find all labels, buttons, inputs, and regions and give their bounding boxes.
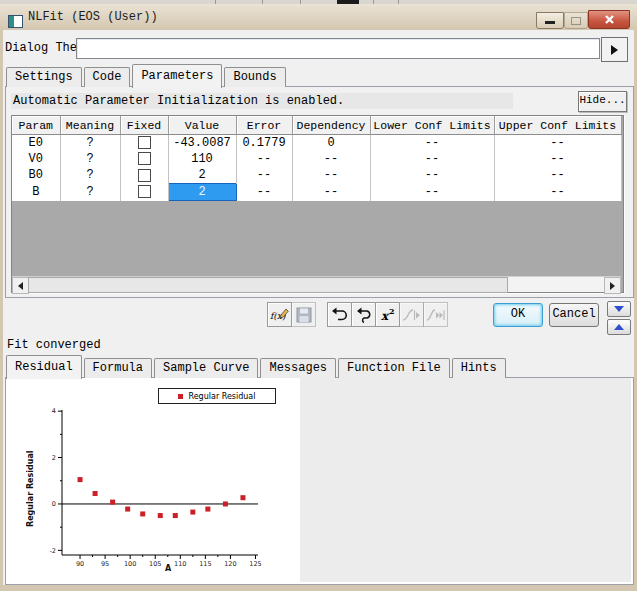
close-button[interactable]: [588, 10, 630, 29]
roll-up-button[interactable]: [607, 319, 631, 335]
cell-value[interactable]: 2: [168, 167, 236, 184]
cell-upper-conf[interactable]: --: [494, 151, 621, 167]
cell-dependency[interactable]: 0: [292, 135, 370, 152]
cell-meaning[interactable]: ?: [60, 184, 120, 201]
cell-error[interactable]: 0.1779: [236, 135, 292, 152]
data-point: [173, 513, 178, 518]
cell-value-selected[interactable]: 2: [168, 184, 236, 201]
cell-value[interactable]: 110: [168, 151, 236, 167]
cancel-button[interactable]: Cancel: [549, 303, 599, 327]
tab-parameters[interactable]: Parameters: [132, 64, 222, 88]
revert-parameters-button[interactable]: [327, 302, 352, 327]
table-row: E0 ? -43.0087 0.1779 0 -- --: [12, 135, 621, 152]
cell-param[interactable]: B0: [12, 167, 60, 184]
cell-param[interactable]: V0: [12, 151, 60, 167]
maximize-button[interactable]: [564, 12, 588, 29]
legend-label: Regular Residual: [188, 392, 255, 401]
svg-text:2: 2: [389, 307, 395, 316]
reset-parameters-button[interactable]: [351, 302, 376, 327]
title-bar[interactable]: NLFit (EOS (User)): [0, 4, 637, 31]
cell-lower-conf[interactable]: --: [370, 184, 494, 201]
cell-error[interactable]: --: [236, 151, 292, 167]
cell-error[interactable]: --: [236, 167, 292, 184]
cell-fixed[interactable]: [120, 135, 168, 152]
cell-lower-conf[interactable]: --: [370, 135, 494, 152]
data-point: [158, 513, 163, 518]
lower-tab-strip: Residual Formula Sample Curve Messages F…: [6, 354, 508, 378]
chi-square-button[interactable]: x 2: [375, 302, 400, 327]
scroll-right-button[interactable]: [604, 277, 621, 294]
fixed-checkbox[interactable]: [138, 152, 151, 165]
cell-error[interactable]: --: [236, 184, 292, 201]
table-row: V0 ? 110 -- -- -- --: [12, 151, 621, 167]
cell-value[interactable]: -43.0087: [168, 135, 236, 152]
parameter-table: Param Meaning Fixed Value Error Dependen…: [12, 116, 622, 201]
cell-upper-conf[interactable]: --: [494, 135, 621, 152]
minimize-button[interactable]: [536, 12, 564, 29]
roll-down-button[interactable]: [607, 301, 631, 317]
data-point: [190, 510, 195, 515]
cell-dependency[interactable]: --: [292, 167, 370, 184]
minimize-icon: [545, 21, 555, 24]
cell-lower-conf[interactable]: --: [370, 167, 494, 184]
cell-param[interactable]: E0: [12, 135, 60, 152]
tab-code[interactable]: Code: [84, 67, 131, 87]
col-header-param: Param: [12, 116, 60, 135]
cell-dependency[interactable]: --: [292, 151, 370, 167]
arrow-right-icon: [611, 45, 618, 55]
cell-param[interactable]: B: [12, 184, 60, 201]
fit-one-iteration-button[interactable]: [399, 302, 424, 327]
fixed-checkbox[interactable]: [138, 185, 151, 198]
scrollbar-thumb[interactable]: [28, 277, 508, 293]
window-frame-bottom: [0, 585, 637, 591]
cell-meaning[interactable]: ?: [60, 135, 120, 152]
scroll-left-button[interactable]: [12, 277, 29, 294]
tab-formula[interactable]: Formula: [84, 358, 152, 378]
cell-fixed[interactable]: [120, 167, 168, 184]
fit-until-converged-icon: [426, 307, 446, 323]
tab-sample-curve[interactable]: Sample Curve: [154, 358, 258, 378]
y-tick-label: 0: [52, 500, 56, 508]
parameter-grid: Param Meaning Fixed Value Error Dependen…: [11, 115, 624, 293]
arrow-down-icon: [614, 306, 624, 312]
dialog-theme-input[interactable]: [76, 38, 600, 59]
edit-function-button[interactable]: f(x): [267, 302, 292, 327]
tab-function-file[interactable]: Function File: [338, 358, 450, 378]
upper-tab-strip: Settings Code Parameters Bounds: [6, 63, 288, 87]
data-point: [223, 501, 228, 506]
horizontal-scrollbar[interactable]: [12, 276, 621, 292]
cell-meaning[interactable]: ?: [60, 151, 120, 167]
close-icon: [604, 14, 615, 25]
table-header-row: Param Meaning Fixed Value Error Dependen…: [12, 116, 621, 135]
tab-hints[interactable]: Hints: [452, 358, 506, 378]
cell-fixed[interactable]: [120, 151, 168, 167]
cell-meaning[interactable]: ?: [60, 167, 120, 184]
tab-settings[interactable]: Settings: [6, 67, 82, 87]
cell-fixed[interactable]: [120, 184, 168, 201]
tab-residual[interactable]: Residual: [6, 355, 82, 379]
tab-bounds[interactable]: Bounds: [224, 67, 285, 87]
fixed-checkbox[interactable]: [138, 169, 151, 182]
fit-one-iteration-icon: [402, 307, 422, 323]
chart-y-axis-label: Regular Residual: [26, 426, 35, 552]
col-header-error: Error: [236, 116, 292, 135]
dialog-theme-flyout-button[interactable]: [601, 37, 628, 62]
cell-lower-conf[interactable]: --: [370, 151, 494, 167]
table-row: B ? 2 -- -- -- --: [12, 184, 621, 201]
fit-until-converged-button[interactable]: [423, 302, 448, 327]
window-frame-left: [0, 30, 3, 587]
cell-upper-conf[interactable]: --: [494, 167, 621, 184]
data-point: [93, 491, 98, 496]
hide-button[interactable]: Hide...: [578, 91, 627, 112]
save-function-button[interactable]: [291, 302, 316, 327]
ok-button[interactable]: OK: [493, 303, 543, 327]
data-point: [240, 495, 245, 500]
tab-messages[interactable]: Messages: [260, 358, 336, 378]
save-icon: [296, 307, 312, 323]
maximize-icon: [571, 17, 581, 25]
cell-upper-conf[interactable]: --: [494, 184, 621, 201]
cell-dependency[interactable]: --: [292, 184, 370, 201]
table-row: B0 ? 2 -- -- -- --: [12, 167, 621, 184]
fixed-checkbox[interactable]: [138, 136, 151, 149]
residual-panel: 9095100105110115120125-2024 Regular Resi…: [5, 377, 634, 585]
